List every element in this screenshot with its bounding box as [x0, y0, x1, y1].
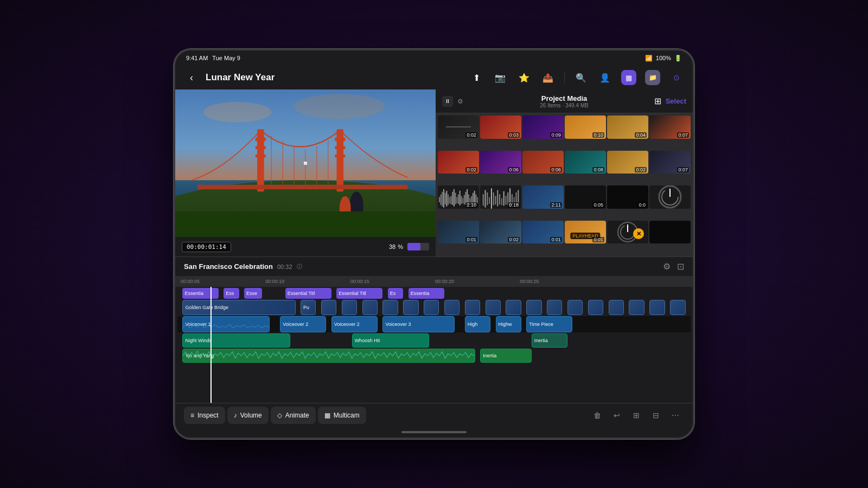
magic-button[interactable]: ⭐ [516, 70, 532, 85]
video-preview: 00:00:01:14 38 % [175, 89, 436, 256]
multicam-button[interactable]: ▦ Multicam [318, 407, 366, 424]
people-button[interactable]: 👤 [597, 70, 612, 85]
video-player[interactable] [175, 89, 436, 237]
media-thumb[interactable]: 0:07 [649, 115, 691, 139]
delete-button[interactable]: 🗑 [589, 407, 606, 424]
home-indicator[interactable] [175, 427, 693, 438]
media-thumb[interactable]: 0:03 [480, 115, 521, 139]
media-thumb[interactable]: 0:08 [565, 151, 606, 174]
media-thumb[interactable]: 0:02 [438, 115, 479, 139]
media-thumb-with-close[interactable]: ✕ [607, 221, 648, 244]
title-clip[interactable]: Essentia [409, 288, 444, 299]
media-thumb[interactable]: 2:11 [522, 185, 564, 209]
video-clip[interactable] [670, 300, 685, 315]
sfx-clip[interactable]: Inertia [532, 333, 567, 348]
close-button[interactable]: ✕ [633, 228, 644, 239]
detach-button[interactable]: ⊟ [647, 407, 665, 424]
music-clip[interactable]: Yin and Yang [182, 349, 475, 363]
pause-button[interactable]: ⏸ [442, 96, 453, 107]
media-thumb[interactable]: 0:02 [480, 221, 521, 244]
zoom-bar[interactable] [407, 243, 429, 251]
media-thumb[interactable]: 0:10 [565, 115, 606, 139]
select-button[interactable]: Select [666, 97, 686, 105]
ruler-marks: 00:00:05 00:00:10 00:00:15 00:00:20 00:0… [180, 279, 688, 284]
more-button[interactable]: ⋯ [667, 407, 684, 424]
title-clip[interactable]: Essentia [182, 288, 218, 299]
video-clip[interactable] [465, 300, 480, 315]
grid-view-button[interactable]: ⊞ [654, 96, 661, 106]
timeline-view-button[interactable]: ⊡ [677, 261, 684, 272]
media-thumb[interactable]: 0:06 [522, 151, 564, 174]
back-button[interactable]: ‹ [184, 70, 199, 85]
video-clip[interactable] [403, 300, 418, 315]
video-clip[interactable]: Golden Gate Bridge [182, 300, 295, 315]
video-clip[interactable] [506, 300, 521, 315]
sfx-clip[interactable]: Whoosh Hit [352, 333, 429, 348]
media-thumb[interactable]: 2:10 [438, 185, 479, 209]
voiceover-clip[interactable]: Voiceover 2 [280, 316, 326, 332]
timeline-settings-button[interactable]: ⚙ [663, 261, 671, 272]
camera-button[interactable]: 📷 [493, 70, 508, 85]
video-clip[interactable] [547, 300, 562, 315]
volume-button[interactable]: ♪ Volume [227, 407, 269, 424]
video-clip[interactable]: Pu [301, 300, 316, 315]
title-clip[interactable]: Esse [244, 288, 262, 299]
wifi-icon: 📶 [645, 55, 653, 62]
video-clip[interactable] [526, 300, 541, 315]
title-clip[interactable]: Es [388, 288, 403, 299]
media-thumb[interactable]: 0:01 [438, 221, 479, 244]
voiceover-clip[interactable]: Voiceover 1 [182, 316, 270, 332]
video-clip[interactable] [567, 300, 583, 315]
svg-rect-9 [256, 155, 266, 157]
voiceover-clip[interactable]: High [465, 316, 490, 332]
icloud-button[interactable]: 📁 [645, 70, 660, 85]
video-clip[interactable] [382, 300, 398, 315]
media-thumb[interactable]: 0:07 [649, 151, 691, 174]
voiceover-clip[interactable]: Highw [496, 316, 521, 332]
video-clip[interactable] [342, 300, 357, 315]
media-thumb[interactable]: PLAYHEAD 0:01 [565, 221, 606, 244]
animate-button[interactable]: ◇ Animate [271, 407, 316, 424]
split-button[interactable]: ⊞ [628, 407, 645, 424]
title-clip[interactable]: Essential Titl [336, 288, 382, 299]
media-thumb[interactable]: 0:09 [522, 115, 564, 139]
media-thumb[interactable]: 0:05 [565, 185, 606, 209]
inspect-icon: ≡ [190, 412, 194, 419]
video-clip[interactable] [321, 300, 336, 315]
media-thumb-dial[interactable] [649, 185, 691, 209]
media-thumb[interactable]: 0:0 [607, 185, 648, 209]
voiceover-clip[interactable]: Time Piece [526, 316, 572, 332]
sfx-clip[interactable]: Night Winds [182, 333, 290, 348]
title-clip[interactable]: Essential Titl [285, 288, 331, 299]
video-clip[interactable] [629, 300, 644, 315]
info-button[interactable]: ⊙ [669, 70, 684, 85]
media-thumb[interactable]: 0:02 [607, 151, 648, 174]
media-thumb[interactable]: 0:01 [522, 221, 564, 244]
video-clip[interactable] [588, 300, 603, 315]
title-clip[interactable]: Ess [224, 288, 239, 299]
voiceover-clip[interactable]: Voiceover 3 [382, 316, 454, 332]
search-button[interactable]: 🔍 [573, 70, 589, 85]
media-thumb[interactable]: 0:18 [480, 185, 521, 209]
svg-point-1 [203, 102, 272, 123]
video-clip[interactable] [649, 300, 665, 315]
thumb-duration: 0:0 [637, 202, 647, 208]
video-clip[interactable] [444, 300, 459, 315]
voiceover-clip[interactable]: Voiceover 2 [331, 316, 378, 332]
media-thumb[interactable]: 0:02 [438, 151, 479, 174]
share-button[interactable]: ⬆ [469, 70, 484, 85]
media-thumb[interactable]: 0:04 [607, 115, 648, 139]
music-clip[interactable]: Inertia [480, 349, 532, 363]
export-button[interactable]: 📤 [540, 70, 556, 85]
music-waveform [183, 349, 474, 362]
inspect-button[interactable]: ≡ Inspect [184, 407, 225, 424]
media-thumb[interactable] [649, 221, 691, 244]
video-clip[interactable] [362, 300, 378, 315]
video-clip[interactable] [486, 300, 501, 315]
video-clip[interactable] [609, 300, 624, 315]
photos-button[interactable]: ▦ [621, 70, 636, 85]
undo-button[interactable]: ↩ [608, 407, 626, 424]
video-clip[interactable] [424, 300, 439, 315]
media-thumb[interactable]: 0:06 [480, 151, 521, 174]
svg-rect-11 [335, 146, 345, 149]
